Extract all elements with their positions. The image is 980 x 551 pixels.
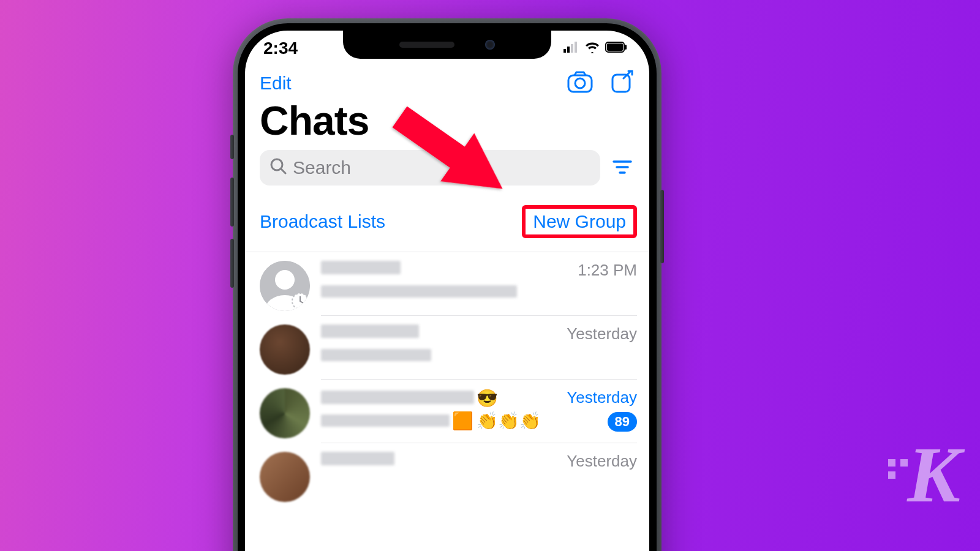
watermark-logo: K [907, 429, 956, 520]
camera-button[interactable] [567, 71, 593, 95]
chat-row[interactable]: Yesterday [245, 316, 649, 380]
lists-row: Broadcast Lists New Group [245, 192, 649, 252]
chat-name-redacted [321, 261, 401, 274]
svg-rect-3 [575, 42, 577, 53]
unread-badge: 89 [608, 412, 637, 432]
chat-preview-redacted [321, 414, 450, 427]
cellular-icon [564, 42, 579, 55]
avatar [260, 452, 310, 502]
volume-down-button [230, 239, 234, 288]
power-button [660, 190, 664, 263]
svg-rect-6 [625, 45, 627, 50]
chat-preview-redacted [321, 285, 517, 298]
annotation-highlight: New Group [522, 205, 637, 238]
filter-icon [612, 167, 632, 176]
nav-bar: Edit [245, 66, 649, 96]
svg-rect-5 [607, 43, 623, 51]
chat-name-redacted [321, 391, 474, 404]
chat-row[interactable]: 1:23 PM [245, 252, 649, 316]
status-time: 2:34 [263, 39, 298, 58]
volume-up-button [230, 178, 234, 227]
chat-name-emoji: 😎 [477, 389, 498, 408]
broadcast-lists-button[interactable]: Broadcast Lists [260, 211, 385, 232]
battery-icon [605, 42, 627, 55]
svg-rect-1 [567, 47, 570, 53]
svg-point-8 [575, 78, 585, 88]
chat-timestamp: Yesterday [567, 452, 637, 471]
svg-rect-0 [564, 49, 566, 53]
wifi-icon [584, 41, 600, 56]
filter-button[interactable] [610, 157, 635, 179]
compose-icon [610, 87, 635, 96]
edit-button[interactable]: Edit [260, 73, 292, 94]
chat-row[interactable]: Yesterday [245, 443, 649, 507]
svg-point-16 [275, 270, 295, 290]
chat-name-redacted [321, 452, 394, 465]
chat-preview-emoji: 👏👏👏 [477, 411, 541, 430]
page-title: Chats [245, 96, 649, 148]
search-icon [270, 157, 287, 179]
svg-line-11 [281, 169, 285, 173]
chat-timestamp: Yesterday [567, 324, 637, 343]
svg-rect-9 [612, 75, 630, 92]
status-bar: 2:34 [245, 31, 649, 66]
avatar [260, 261, 310, 311]
chat-timestamp: 1:23 PM [578, 261, 637, 280]
search-placeholder: Search [293, 157, 351, 178]
phone-frame: 2:34 Edit [233, 18, 662, 551]
chat-preview-redacted [321, 349, 431, 361]
mute-switch [230, 135, 234, 159]
screen: 2:34 Edit [245, 31, 649, 551]
search-input[interactable]: Search [260, 150, 600, 186]
camera-icon [567, 86, 593, 95]
avatar [260, 324, 310, 375]
chat-name-redacted [321, 324, 419, 338]
chat-timestamp: Yesterday [567, 388, 637, 407]
avatar [260, 388, 310, 438]
svg-rect-2 [571, 44, 573, 53]
compose-button[interactable] [610, 70, 635, 96]
chat-row[interactable]: 😎 🟧 👏👏👏 Yesterday 89 [245, 380, 649, 443]
new-group-button[interactable]: New Group [533, 211, 626, 232]
